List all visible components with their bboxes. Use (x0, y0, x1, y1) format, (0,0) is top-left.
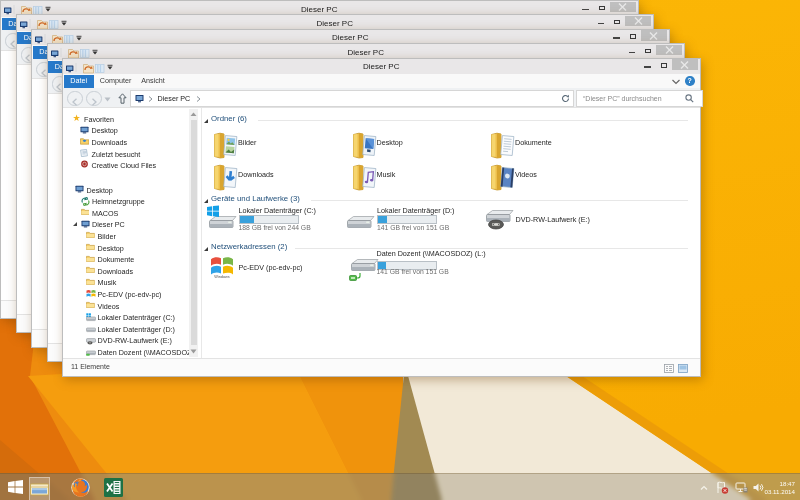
svg-text:DVD: DVD (492, 223, 500, 227)
svg-text:Windows: Windows (214, 275, 230, 279)
